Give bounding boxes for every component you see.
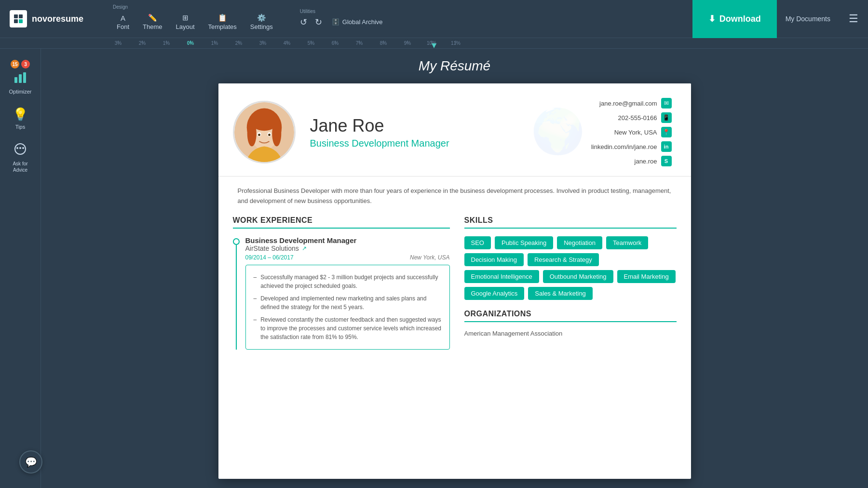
bullet-text-1: Successfully managed $2 - 3 million budg… <box>260 273 441 290</box>
utilities-label: Utilities <box>297 9 388 14</box>
content-area: My Résumé <box>41 49 868 488</box>
linkedin-text: linkedin.com/in/jane.roe <box>591 143 657 150</box>
sidebar-item-optimizer[interactable]: 15 3 Optimizer <box>2 56 39 98</box>
skill-badge-3: Teamwork <box>606 236 648 249</box>
top-nav: novoresume Design A Font ✏️ Theme ⊞ Layo… <box>0 0 868 38</box>
work-bullet-1: – Successfully managed $2 - 3 million bu… <box>254 271 442 292</box>
logo-icon <box>10 10 27 27</box>
ruler-mark-0: 0% <box>178 41 203 46</box>
skill-badge-6: Emotional Intelligence <box>464 270 539 283</box>
external-link-icon: ↗ <box>302 245 307 252</box>
work-dates: 09/2014 – 06/2017 <box>245 254 294 261</box>
settings-nav-item[interactable]: ⚙️ Settings <box>244 11 280 33</box>
work-location: New York, USA <box>410 254 449 261</box>
skill-badge-5: Research & Strategy <box>528 253 599 266</box>
skill-badge-9: Google Analytics <box>464 287 525 300</box>
contact-skype: jane.roe S <box>635 156 672 166</box>
font-nav-item[interactable]: A Font <box>110 11 136 33</box>
optimizer-badge-alt: 3 <box>21 60 30 68</box>
redo-button[interactable]: ↻ <box>312 15 325 29</box>
work-meta: 09/2014 – 06/2017 New York, USA <box>245 254 450 261</box>
contact-email: jane.roe@gmail.com ✉ <box>599 98 671 108</box>
work-bullets: – Successfully managed $2 - 3 million bu… <box>245 265 450 350</box>
contact-location: New York, USA 📍 <box>614 127 672 137</box>
ruler-mark-10r: 10% <box>420 41 444 46</box>
location-icon: 📍 <box>661 127 672 137</box>
svg-rect-0 <box>14 14 18 18</box>
ruler-mark-1r: 1% <box>203 41 227 46</box>
resume-header: 🌍 Jane Roe Business Development Manager … <box>218 83 691 176</box>
sidebar-item-advice[interactable]: Ask for Advice <box>2 138 39 177</box>
work-timeline <box>233 236 240 350</box>
settings-icon: ⚙️ <box>257 14 266 22</box>
bullet-dash-1: – <box>254 273 257 290</box>
theme-nav-item[interactable]: ✏️ Theme <box>136 11 169 33</box>
ruler-mark-11r: 11% <box>444 41 468 46</box>
theme-icon: ✏️ <box>148 14 157 22</box>
resume-summary: Professional Business Developer with mor… <box>233 186 677 206</box>
skill-badge-1: Public Speaking <box>495 236 553 249</box>
utilities-section: Utilities ↺ ↻ 🗄️ Global Archive <box>293 9 392 29</box>
my-documents-button[interactable]: My Documents <box>777 0 839 38</box>
work-company: AirState Solutions ↗ <box>245 244 450 252</box>
resume-work-col: WORK EXPERIENCE Business Development Man… <box>233 216 450 357</box>
email-icon: ✉ <box>661 98 672 108</box>
work-experience-heading: WORK EXPERIENCE <box>233 216 450 229</box>
ruler-indicator <box>432 43 436 48</box>
resume-paper: 🌍 Jane Roe Business Development Manager … <box>218 83 691 479</box>
download-button[interactable]: ⬇ Download <box>692 0 777 38</box>
phone-text: 202-555-0166 <box>618 114 657 122</box>
org-name: American Management Association <box>464 330 677 337</box>
templates-nav-item[interactable]: 📋 Templates <box>202 11 244 33</box>
contact-phone: 202-555-0166 📱 <box>618 112 672 123</box>
resume-two-col: WORK EXPERIENCE Business Development Man… <box>233 216 677 357</box>
layout-nav-item[interactable]: ⊞ Layout <box>169 11 201 33</box>
advice-label: Ask for Advice <box>7 161 34 173</box>
download-label: Download <box>719 14 761 24</box>
svg-rect-2 <box>14 19 18 23</box>
font-icon: A <box>121 14 125 22</box>
location-text: New York, USA <box>614 129 657 136</box>
bullet-dash-3: – <box>254 315 257 341</box>
email-text: jane.roe@gmail.com <box>599 100 657 107</box>
skill-badge-10: Sales & Marketing <box>528 287 593 300</box>
svg-point-21 <box>268 134 271 136</box>
layout-icon: ⊞ <box>182 14 189 22</box>
settings-label: Settings <box>250 23 273 30</box>
global-archive-button[interactable]: 🗄️ Global Archive <box>327 15 388 28</box>
ruler-mark-9r: 9% <box>395 41 420 46</box>
ruler-mark-3l: 3% <box>106 41 130 46</box>
undo-button[interactable]: ↺ <box>297 15 310 29</box>
organizations-section: ORGANIZATIONS American Management Associ… <box>464 310 677 337</box>
work-bullet-2: – Developed and implemented new marketin… <box>254 292 442 313</box>
chat-button[interactable]: 💬 <box>19 450 42 474</box>
skype-text: jane.roe <box>635 158 657 165</box>
hamburger-button[interactable]: ☰ <box>839 0 868 38</box>
organizations-heading: ORGANIZATIONS <box>464 310 677 322</box>
skill-badge-4: Decision Making <box>464 253 524 266</box>
svg-point-10 <box>22 147 24 149</box>
sidebar-item-tips[interactable]: 💡 Tips <box>2 103 39 134</box>
resume-job-title: Business Development Manager <box>310 138 546 149</box>
page-title: My Résumé <box>419 58 490 74</box>
design-label: Design <box>110 4 280 10</box>
ruler-mark-5r: 5% <box>299 41 323 46</box>
work-entry: Business Development Manager AirState So… <box>233 236 450 350</box>
svg-rect-3 <box>19 19 23 23</box>
svg-rect-5 <box>19 74 22 83</box>
svg-point-17 <box>250 112 278 131</box>
ruler-mark-2l: 2% <box>130 41 154 46</box>
skill-badge-8: Email Marketing <box>617 270 676 283</box>
ruler-mark-6r: 6% <box>323 41 347 46</box>
global-archive-label: Global Archive <box>342 18 383 26</box>
svg-point-8 <box>16 147 18 149</box>
resume-contact: jane.roe@gmail.com ✉ 202-555-0166 📱 New … <box>546 98 672 166</box>
skype-icon: S <box>661 156 672 166</box>
svg-rect-1 <box>19 14 23 18</box>
optimizer-badges: 15 3 <box>11 60 30 68</box>
skill-badge-0: SEO <box>464 236 491 249</box>
bullet-text-3: Reviewed constantly the customer feedbac… <box>260 315 441 341</box>
resume-name: Jane Roe <box>310 116 546 136</box>
phone-icon: 📱 <box>661 112 672 123</box>
svg-point-20 <box>258 134 260 136</box>
